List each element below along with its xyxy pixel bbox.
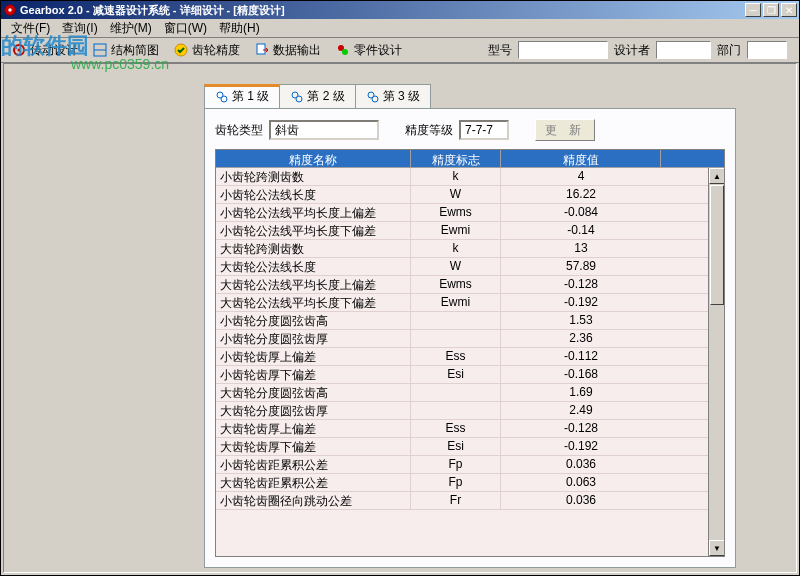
table-row[interactable]: 小齿轮跨测齿数k4 — [216, 168, 724, 186]
close-button[interactable]: ✕ — [781, 3, 797, 17]
cell-symbol: Fr — [411, 492, 501, 509]
output-button[interactable]: 数据输出 — [248, 39, 327, 62]
restore-button[interactable]: ❐ — [763, 3, 779, 17]
table-row[interactable]: 小齿轮齿圈径向跳动公差Fr0.036 — [216, 492, 724, 510]
scroll-down-button[interactable]: ▼ — [709, 540, 725, 556]
table-row[interactable]: 大齿轮齿厚上偏差Ess-0.128 — [216, 420, 724, 438]
cell-symbol: Ess — [411, 420, 501, 437]
update-button[interactable]: 更 新 — [535, 119, 595, 141]
table-row[interactable]: 大齿轮公法线长度W57.89 — [216, 258, 724, 276]
precision-button[interactable]: 齿轮精度 — [167, 39, 246, 62]
table-body: 小齿轮跨测齿数k4小齿轮公法线长度W16.22小齿轮公法线平均长度上偏差Ewms… — [216, 168, 724, 557]
toolbar: 传动设计 结构简图 齿轮精度 数据输出 零件设计 型号 设计者 部门 — [1, 37, 799, 63]
table-row[interactable]: 小齿轮分度圆弦齿厚2.36 — [216, 330, 724, 348]
cell-name: 小齿轮分度圆弦齿厚 — [216, 330, 411, 347]
cell-name: 大齿轮分度圆弦齿厚 — [216, 402, 411, 419]
designer-input[interactable] — [656, 41, 711, 59]
cell-symbol — [411, 402, 501, 419]
precision-icon — [173, 42, 189, 58]
menu-maintain[interactable]: 维护(M) — [104, 18, 158, 39]
cell-name: 大齿轮齿厚上偏差 — [216, 420, 411, 437]
tab3-label: 第 3 级 — [383, 88, 420, 105]
table-row[interactable]: 大齿轮齿厚下偏差Esi-0.192 — [216, 438, 724, 456]
cell-symbol: Ewms — [411, 276, 501, 293]
cell-symbol: Esi — [411, 438, 501, 455]
cell-name: 小齿轮跨测齿数 — [216, 168, 411, 185]
gear-type-input[interactable] — [269, 120, 379, 140]
cell-value: -0.14 — [501, 222, 661, 239]
table-row[interactable]: 小齿轮公法线长度W16.22 — [216, 186, 724, 204]
mdi-child: 第 1 级 第 2 级 第 3 级 齿轮类型 精度等级 更 新 — [4, 64, 796, 572]
structure-button[interactable]: 结构简图 — [86, 39, 165, 62]
cell-value: -0.112 — [501, 348, 661, 365]
app-icon — [3, 3, 17, 17]
table-row[interactable]: 大齿轮公法线平均长度下偏差Ewmi-0.192 — [216, 294, 724, 312]
parts-button[interactable]: 零件设计 — [329, 39, 408, 62]
cell-name: 小齿轮公法线平均长度下偏差 — [216, 222, 411, 239]
svg-point-15 — [372, 96, 378, 102]
cell-value: 0.036 — [501, 492, 661, 509]
cell-symbol: Esi — [411, 366, 501, 383]
table-row[interactable]: 小齿轮公法线平均长度上偏差Ewms-0.084 — [216, 204, 724, 222]
main-window: Gearbox 2.0 - 减速器设计系统 - 详细设计 - [精度设计] ─ … — [0, 0, 800, 576]
table-row[interactable]: 大齿轮齿距累积公差Fp0.063 — [216, 474, 724, 492]
tab-stage3[interactable]: 第 3 级 — [355, 84, 431, 108]
table-row[interactable]: 大齿轮公法线平均长度上偏差Ewms-0.128 — [216, 276, 724, 294]
table-row[interactable]: 小齿轮公法线平均长度下偏差Ewmi-0.14 — [216, 222, 724, 240]
dept-label: 部门 — [715, 42, 743, 59]
svg-point-13 — [296, 96, 302, 102]
table-row[interactable]: 大齿轮分度圆弦齿高1.69 — [216, 384, 724, 402]
precision-grade-label: 精度等级 — [405, 122, 453, 139]
tab-stage1[interactable]: 第 1 级 — [204, 84, 280, 108]
table-row[interactable]: 小齿轮分度圆弦齿高1.53 — [216, 312, 724, 330]
cell-value: 0.036 — [501, 456, 661, 473]
cell-value: 13 — [501, 240, 661, 257]
tabstrip: 第 1 级 第 2 级 第 3 级 — [204, 84, 796, 108]
scroll-up-button[interactable]: ▲ — [709, 168, 725, 184]
menu-query[interactable]: 查询(I) — [56, 18, 103, 39]
cell-value: -0.084 — [501, 204, 661, 221]
cell-value: 1.69 — [501, 384, 661, 401]
cell-name: 小齿轮齿距累积公差 — [216, 456, 411, 473]
table-row[interactable]: 大齿轮分度圆弦齿厚2.49 — [216, 402, 724, 420]
menu-help[interactable]: 帮助(H) — [213, 18, 266, 39]
cell-symbol: Fp — [411, 474, 501, 491]
cell-symbol: Fp — [411, 456, 501, 473]
precision-table: 精度名称 精度标志 精度值 小齿轮跨测齿数k4小齿轮公法线长度W16.22小齿轮… — [215, 149, 725, 557]
model-input[interactable] — [518, 41, 608, 59]
table-row[interactable]: 小齿轮齿距累积公差Fp0.036 — [216, 456, 724, 474]
table-row[interactable]: 大齿轮跨测齿数k13 — [216, 240, 724, 258]
transmission-button[interactable]: 传动设计 — [5, 39, 84, 62]
menu-file[interactable]: 文件(F) — [5, 18, 56, 39]
th-symbol[interactable]: 精度标志 — [411, 150, 501, 167]
cell-symbol — [411, 312, 501, 329]
menubar: 文件(F) 查询(I) 维护(M) 窗口(W) 帮助(H) — [1, 19, 799, 37]
tab-stage2[interactable]: 第 2 级 — [279, 84, 355, 108]
cell-value: 16.22 — [501, 186, 661, 203]
cell-symbol: Ess — [411, 348, 501, 365]
cell-name: 小齿轮齿厚下偏差 — [216, 366, 411, 383]
precision-grade-input[interactable] — [459, 120, 509, 140]
th-value[interactable]: 精度值 — [501, 150, 661, 167]
minimize-button[interactable]: ─ — [745, 3, 761, 17]
content-area: 第 1 级 第 2 级 第 3 级 齿轮类型 精度等级 更 新 — [3, 63, 797, 573]
cell-value: 2.36 — [501, 330, 661, 347]
cell-symbol — [411, 330, 501, 347]
cell-value: -0.192 — [501, 438, 661, 455]
cell-name: 大齿轮跨测齿数 — [216, 240, 411, 257]
vertical-scrollbar[interactable]: ▲ ▼ — [708, 168, 724, 556]
menu-window[interactable]: 窗口(W) — [158, 18, 213, 39]
stage-icon — [366, 90, 380, 104]
cell-name: 大齿轮分度圆弦齿高 — [216, 384, 411, 401]
window-controls: ─ ❐ ✕ — [745, 3, 797, 17]
titlebar: Gearbox 2.0 - 减速器设计系统 - 详细设计 - [精度设计] ─ … — [1, 1, 799, 19]
table-row[interactable]: 小齿轮齿厚上偏差Ess-0.112 — [216, 348, 724, 366]
scroll-thumb[interactable] — [710, 185, 724, 305]
dept-input[interactable] — [747, 41, 787, 59]
th-name[interactable]: 精度名称 — [216, 150, 411, 167]
tab1-label: 第 1 级 — [232, 88, 269, 105]
table-header: 精度名称 精度标志 精度值 — [216, 150, 724, 168]
table-row[interactable]: 小齿轮齿厚下偏差Esi-0.168 — [216, 366, 724, 384]
cell-symbol: k — [411, 240, 501, 257]
stage-icon — [215, 90, 229, 104]
